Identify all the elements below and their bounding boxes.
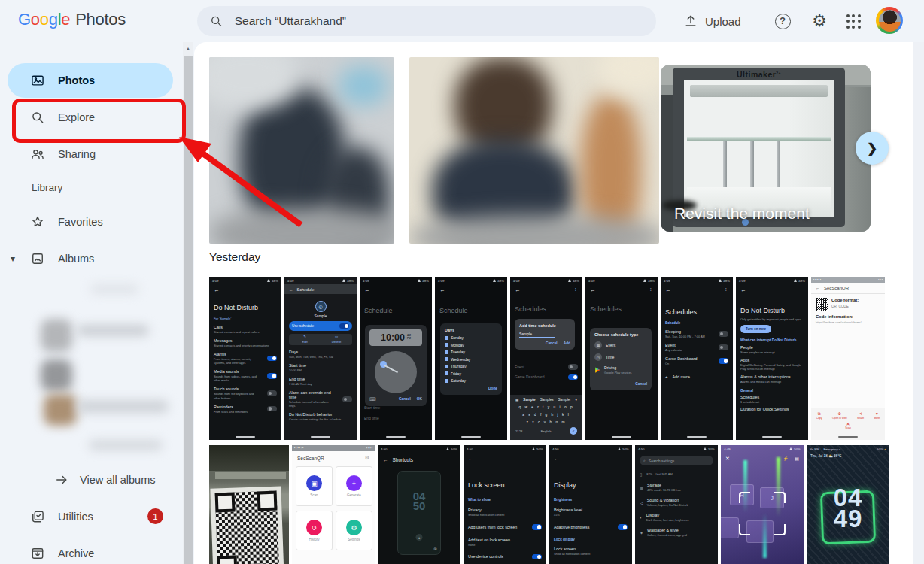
hero-photo-left-blurred[interactable] [209,57,394,244]
schedule-type-icon: ◴ [315,301,327,312]
gear-icon: ⚙ [365,455,369,461]
sidebar-item-photos[interactable]: Photos [8,63,173,98]
battery-icon: ▯ [640,472,642,477]
toggle-on-icon [532,524,542,530]
mic-icon: ● [416,534,423,541]
carousel-next-button[interactable]: ❯ [856,132,889,165]
photo-grid-row-1: 4:0948% ← Do Not Disturb For 'Sample' Ca… [209,277,885,440]
google-photos-logo[interactable]: Google Photos [18,10,126,29]
settings-button[interactable]: ⚙ [807,9,831,33]
back-icon: ← [816,286,820,290]
google-play-icon [594,367,600,373]
event-icon: ▦ [594,341,602,349]
screenshot-tile-settings-search[interactable]: 4:5050% ⌕Search settings ▯87% - Until 9:… [635,445,718,564]
upload-icon [683,14,698,29]
screenshot-tile-days-picker[interactable]: 4:0948% ← Schedule Days Sunday Monday Tu… [435,277,507,440]
scroll-up-arrow-icon[interactable]: ▲ [183,42,193,55]
back-icon: ← [515,287,521,293]
settings-search-bar: ⌕Search settings [640,456,713,465]
checkbox-checked-icon [445,336,448,340]
photo-grid-row-2: • ◦ • • ◦ •▪ ▪ ▪ ▪ SecScanQR⚙ ▣Scan +Gen… [209,445,889,564]
storage-icon: ≣ [640,485,643,490]
card-photo-edge [661,95,673,232]
back-icon: ← [439,287,445,293]
wallpaper-icon: ✦ [640,530,643,535]
toggle-off-icon [267,406,277,412]
turn-on-now-button: Turn on now [740,325,771,333]
view-all-albums-label: View all albums [80,474,155,486]
photos-icon [30,73,45,88]
toggle-on-icon [568,374,578,381]
revisit-memory-card[interactable]: Ultimaker2+ Revisit the moment [661,65,871,232]
utilities-icon [30,509,45,524]
account-avatar[interactable] [876,7,903,34]
back-icon: ← [740,287,746,293]
hero-photo-right-blurred[interactable] [409,57,659,244]
view-all-albums-link[interactable]: View all albums [8,462,173,497]
close-icon: ✕ [725,456,730,462]
flash-icon: ⚡ [783,456,789,461]
search-input[interactable] [233,14,644,29]
google-apps-button[interactable] [841,9,865,33]
gallery-icon: ▤ [795,456,799,461]
help-button[interactable]: ? [771,9,795,33]
printer-brand-text: Ultimaker [737,70,776,79]
upload-button[interactable]: Upload [683,11,741,31]
toggle-on-icon [618,524,628,530]
photo-tile-qr-on-monitor[interactable] [209,445,289,564]
upload-label: Upload [705,15,741,28]
weather-icon: ⛅ [828,454,833,458]
back-icon: ← [364,287,370,293]
lockscreen-preview: 0450 ● ⊗ [397,471,441,555]
on-screen-keyboard: ▦SampleSamplesSampler♦ q w e r t y u i o… [510,395,582,440]
toggle-off-icon [342,396,352,402]
google-photos-window: Google Photos Upload ? ⚙ Photos Explore … [0,0,924,564]
toggle-on-icon [267,373,277,379]
back-icon: ← [383,457,388,462]
mic-icon: ♦ [576,398,577,402]
screenshot-tile-secscanqr-result[interactable]: • • • • •▪ ▪ ▪ ←SecScanQR Code format:QR… [811,277,885,440]
qr-code-print [210,486,284,564]
edit-icon: ✎ [303,335,306,338]
screenshot-tile-lock-screen-settings[interactable]: 4:5050% ← Lock screen What to show Priva… [464,445,546,564]
generate-card: +Generate [336,466,372,506]
main-content: Ultimaker2+ Revisit the moment ❯ Yesterd… [194,42,924,564]
screenshot-tile-dnd-settings[interactable]: 4:0948% ← Do Not Disturb For 'Sample' Ca… [209,277,281,440]
screenshot-tile-schedules-list[interactable]: 4:0948% ← ⋮ Schedules Schedule SleepingS… [661,277,733,440]
result-action-bar: ⧉Copy ⊕Open in Web ≺Share ▾More ✕Scan [811,408,885,440]
screenshot-tile-time-picker[interactable]: 4:0948% ← Schedule 10:00AMPM ⌨ CancelOK … [360,277,432,440]
main-scrollbar-track[interactable] [913,42,924,564]
toggle-on-icon [267,356,277,362]
emoji-key-icon: ▦ [515,398,518,402]
sidebar-item-albums[interactable]: Albums [8,241,173,276]
screenshot-tile-schedule-type[interactable]: 4:0948% ← ⋮ Schedules Choose schedule ty… [585,277,658,440]
sidebar-label: Favorites [58,216,103,228]
search-bar[interactable] [197,6,656,36]
back-icon: ← [289,287,293,292]
sidebar-item-archive[interactable]: Archive [8,536,173,564]
toggle-off-icon [267,390,277,396]
copy-icon: ⧉ [818,411,821,416]
logo-product-name: Photos [75,10,126,29]
screenshot-tile-add-schedule[interactable]: 4:0948% ← ⋮ Schedules Add time schedule … [510,277,582,440]
screenshot-tile-dnd-main[interactable]: 4:0948% ← Do Not Disturb Only get notifi… [736,277,808,440]
back-icon: ← [468,455,474,462]
date-section-header: Yesterday [209,250,260,264]
sound-icon: ◅ [640,500,643,505]
history-card: ↺History [296,511,333,550]
albums-icon [30,251,45,266]
screenshot-tile-display-settings[interactable]: 4:5050% ← Display Brightness Brightness … [549,445,632,564]
screenshot-tile-shortcuts[interactable]: 4:5050% ←Shortcuts 0450 ● ⊗ [378,445,460,564]
sidebar-label: Archive [58,547,94,559]
sidebar-item-favorites[interactable]: Favorites [8,205,173,239]
photo-tile-lockscreen-clock[interactable]: No SIM — Emergency c50% ● Thu, Jul 18 ⛅ … [807,445,889,564]
library-section-label: Library [32,182,62,193]
photo-tile-scan-qr-keyboard[interactable]: 4:4950% ✕ ⚡ ▤ H J Scan QR code [721,445,804,564]
settings-card: ⚙Settings [336,511,372,550]
screenshot-tile-schedule-detail[interactable]: 4:0948% ←Schedule ◴ Sample Use schedule … [284,277,357,440]
qr-scan-icon: ▣ [311,480,318,487]
keyboard-icon: ⌨ [369,396,376,402]
star-icon [30,214,45,229]
screenshot-tile-secscanqr-home[interactable]: • ◦ • • ◦ •▪ ▪ ▪ ▪ SecScanQR⚙ ▣Scan +Gen… [292,445,375,564]
qr-viewfinder [739,492,786,535]
